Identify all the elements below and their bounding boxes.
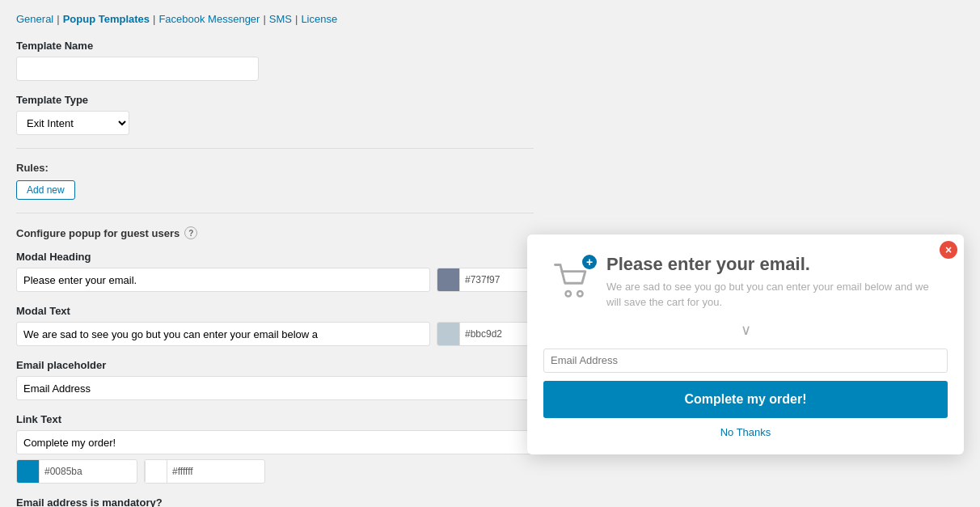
popup-email-input[interactable] xyxy=(543,349,948,373)
template-type-group: Template Type Exit Intent On Load On Scr… xyxy=(16,94,534,135)
nav-facebook-messenger[interactable]: Facebook Messenger xyxy=(158,13,260,25)
popup-text-block: Please enter your email. We are sad to s… xyxy=(606,254,941,310)
popup-subtext: We are sad to see you go but you can ent… xyxy=(606,280,941,309)
link-color-row: #0085ba #ffffff xyxy=(16,459,534,484)
modal-text-color-value: #bbc9d2 xyxy=(460,328,507,340)
template-type-label: Template Type xyxy=(16,94,534,106)
modal-text-label: Modal Text xyxy=(16,305,534,317)
svg-point-1 xyxy=(577,291,583,297)
nav-links: General | Popup Templates | Facebook Mes… xyxy=(16,13,964,25)
help-icon[interactable]: ? xyxy=(184,226,197,239)
link-bg-color-value: #0085ba xyxy=(40,466,87,477)
popup-preview: × + Please enter your email. We are sad … xyxy=(527,234,964,454)
add-new-button[interactable]: Add new xyxy=(16,180,75,200)
email-mandatory-group: Email address is mandatory? xyxy=(16,496,534,507)
nav-popup-templates[interactable]: Popup Templates xyxy=(63,13,150,25)
link-text-group: Link Text #0085ba #ffffff xyxy=(16,413,534,484)
template-type-select[interactable]: Exit Intent On Load On Scroll xyxy=(16,111,129,135)
link-bg-color-swatch xyxy=(17,459,40,484)
nav-license[interactable]: License xyxy=(301,13,337,25)
nav-general[interactable]: General xyxy=(16,13,53,25)
modal-heading-color-box[interactable]: #737f97 xyxy=(437,268,534,292)
divider-2 xyxy=(16,213,534,213)
popup-close-button[interactable]: × xyxy=(940,241,957,259)
modal-text-group: Modal Text #bbc9d2 xyxy=(16,305,534,346)
popup-submit-button[interactable]: Complete my order! xyxy=(543,381,948,418)
link-text-input[interactable] xyxy=(16,430,534,454)
email-mandatory-label: Email address is mandatory? xyxy=(16,496,534,507)
email-placeholder-input[interactable] xyxy=(16,376,534,400)
nav-sms[interactable]: SMS xyxy=(269,13,292,25)
template-type-select-wrap: Exit Intent On Load On Scroll xyxy=(16,111,534,135)
modal-text-color-swatch xyxy=(437,322,460,346)
modal-heading-row: #737f97 xyxy=(16,268,534,292)
rules-label: Rules: xyxy=(16,162,534,174)
link-text-label: Link Text xyxy=(16,413,534,425)
svg-point-0 xyxy=(566,291,572,297)
popup-chevron: ∨ xyxy=(527,318,964,342)
modal-text-color-box[interactable]: #bbc9d2 xyxy=(437,322,534,346)
popup-heading: Please enter your email. xyxy=(606,254,941,275)
cart-icon xyxy=(550,260,592,302)
link-bg-color-box[interactable]: #0085ba xyxy=(16,459,137,484)
cart-icon-wrap: + xyxy=(550,260,592,304)
email-placeholder-group: Email placeholder xyxy=(16,359,534,400)
modal-heading-color-swatch xyxy=(437,268,460,292)
link-text-color-value: #ffffff xyxy=(167,466,198,477)
divider-1 xyxy=(16,148,534,149)
link-text-color-box[interactable]: #ffffff xyxy=(144,459,265,484)
modal-heading-label: Modal Heading xyxy=(16,251,534,263)
popup-top: + Please enter your email. We are sad to… xyxy=(527,234,964,318)
popup-no-thanks[interactable]: No Thanks xyxy=(543,426,948,438)
configure-label: Configure popup for guest users ? xyxy=(16,226,534,239)
modal-text-row: #bbc9d2 xyxy=(16,322,534,346)
modal-text-input[interactable] xyxy=(16,322,430,346)
template-name-label: Template Name xyxy=(16,40,534,52)
template-name-input[interactable] xyxy=(16,57,259,81)
template-name-group: Template Name xyxy=(16,40,534,81)
rules-group: Rules: Add new xyxy=(16,162,534,200)
popup-body: Complete my order! No Thanks xyxy=(527,342,964,454)
email-placeholder-label: Email placeholder xyxy=(16,359,534,371)
modal-heading-group: Modal Heading #737f97 xyxy=(16,251,534,292)
modal-heading-input[interactable] xyxy=(16,268,430,292)
modal-heading-color-value: #737f97 xyxy=(460,274,505,285)
link-text-color-swatch xyxy=(145,459,167,484)
